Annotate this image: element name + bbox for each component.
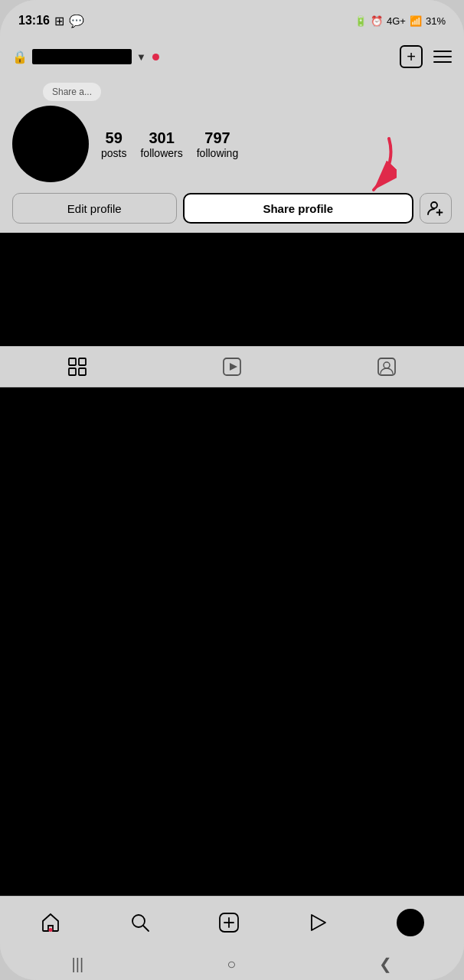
tab-tagged[interactable]: [377, 357, 397, 377]
tab-grid[interactable]: [67, 357, 87, 377]
svg-rect-5: [79, 358, 86, 365]
slack-icon: ⊞: [54, 14, 64, 28]
stats-row: 59 posts 301 followers 797 following: [101, 129, 452, 159]
posts-stat[interactable]: 59 posts: [101, 129, 126, 159]
notification-dot: [152, 54, 159, 60]
bottom-nav: [0, 896, 464, 948]
top-nav: 🔒 ▼ +: [0, 37, 464, 77]
search-nav-button[interactable]: [129, 912, 151, 933]
share-hint-bubble: Share a...: [43, 83, 101, 101]
followers-stat[interactable]: 301 followers: [140, 129, 182, 159]
svg-rect-7: [79, 368, 86, 375]
search-icon: [129, 912, 151, 933]
plus-square-icon: +: [400, 45, 423, 68]
dropdown-arrow-icon[interactable]: ▼: [136, 51, 146, 63]
signal-bars: 📶: [410, 15, 422, 27]
chat-icon: 💬: [69, 14, 84, 28]
menu-button[interactable]: [433, 51, 452, 63]
battery-icon: 🔋: [355, 15, 367, 27]
hamburger-line-3: [433, 61, 452, 63]
hamburger-line-1: [433, 51, 452, 52]
posts-count: 59: [106, 129, 123, 147]
android-recents-button[interactable]: |||: [72, 956, 84, 973]
following-stat[interactable]: 797 following: [197, 129, 238, 159]
content-black-2: [0, 387, 464, 896]
svg-line-13: [143, 926, 149, 931]
svg-rect-4: [69, 358, 76, 365]
share-profile-button[interactable]: Share profile: [183, 193, 414, 224]
home-notification-dot: [49, 928, 53, 932]
phone-frame: 13:16 ⊞ 💬 🔋 ⏰ 4G+ 📶 31% 🔒 ▼ +: [0, 0, 464, 980]
alarm-icon: ⏰: [371, 15, 383, 27]
android-home-button[interactable]: ○: [227, 956, 236, 973]
add-person-icon: [427, 200, 444, 217]
tabs-bar: [0, 346, 464, 387]
status-bar: 13:16 ⊞ 💬 🔋 ⏰ 4G+ 📶 31%: [0, 0, 464, 37]
status-time: 13:16: [18, 14, 50, 28]
status-left: 13:16 ⊞ 💬: [18, 14, 84, 28]
share-hint-area: Share a...: [43, 83, 452, 101]
reels-icon: [222, 357, 242, 377]
action-buttons: Edit profile Share profile: [12, 193, 452, 224]
posts-label: posts: [101, 147, 126, 159]
following-label: following: [197, 147, 238, 159]
profile-section: Share a... 59 posts 301 followers 797 fo…: [0, 77, 464, 233]
svg-marker-9: [230, 363, 237, 371]
avatar: [12, 106, 89, 182]
signal-label: 4G+: [387, 15, 406, 27]
lock-icon: 🔒: [12, 50, 28, 64]
profile-nav-button[interactable]: [397, 909, 424, 936]
status-right: 🔋 ⏰ 4G+ 📶 31%: [355, 15, 446, 27]
username-area[interactable]: 🔒 ▼: [12, 49, 159, 64]
reels-nav-icon: [307, 912, 328, 933]
avatar-nav: [397, 909, 424, 936]
nav-right: +: [400, 45, 452, 68]
followers-label: followers: [140, 147, 182, 159]
new-post-button[interactable]: +: [400, 45, 423, 68]
battery-percent: 31%: [426, 15, 446, 27]
reels-nav-button[interactable]: [307, 912, 328, 933]
home-nav-button[interactable]: [40, 912, 61, 933]
svg-marker-17: [312, 915, 325, 930]
followers-count: 301: [149, 129, 174, 147]
add-icon: [218, 912, 240, 933]
android-nav: ||| ○ ❮: [0, 948, 464, 980]
content-black-1: [0, 233, 464, 346]
edit-profile-button[interactable]: Edit profile: [12, 193, 177, 224]
svg-rect-6: [69, 368, 76, 375]
tab-reels[interactable]: [222, 357, 242, 377]
username-redacted: [32, 49, 132, 64]
add-nav-button[interactable]: [218, 912, 240, 933]
following-count: 797: [204, 129, 230, 147]
buttons-area: Edit profile Share profile: [12, 193, 452, 224]
add-person-button[interactable]: [420, 193, 452, 224]
svg-point-0: [431, 202, 437, 208]
annotation-arrow: [343, 135, 397, 196]
tagged-icon: [377, 357, 397, 377]
android-back-button[interactable]: ❮: [379, 955, 392, 973]
grid-icon: [67, 357, 87, 377]
hamburger-line-2: [433, 56, 452, 57]
svg-point-11: [384, 362, 390, 368]
